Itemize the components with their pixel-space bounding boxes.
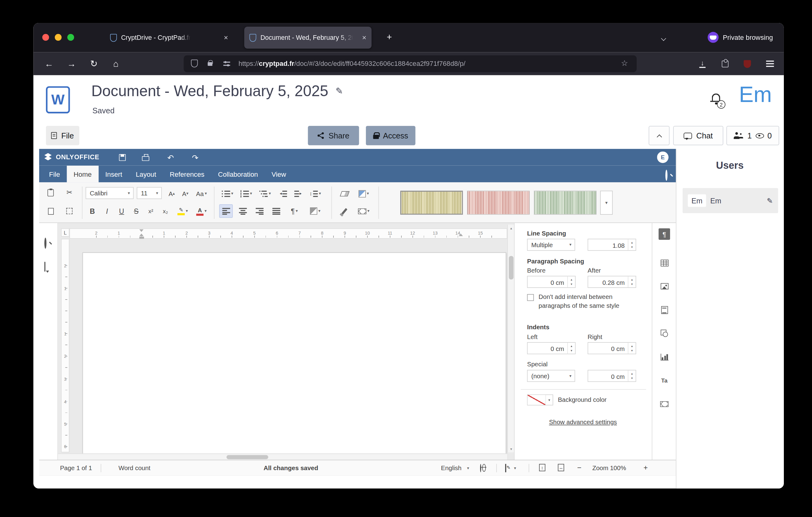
address-bar[interactable]: https://cryptpad.fr/doc/#/3/doc/edit/ff0…	[183, 55, 637, 72]
edit-title-pencil-icon[interactable]	[336, 86, 343, 97]
change-case-button[interactable]: Aa	[193, 187, 210, 200]
find-button[interactable]	[45, 239, 54, 248]
tab-stop-selector[interactable]: L	[61, 228, 69, 237]
comments-button[interactable]	[45, 262, 54, 272]
fit-to-width-button[interactable]	[558, 464, 564, 471]
file-menu-button[interactable]: File	[46, 126, 79, 145]
account-avatar[interactable]: Em	[739, 82, 772, 107]
bookmark-star-icon[interactable]	[621, 59, 628, 67]
decrease-indent-button[interactable]	[277, 187, 290, 200]
spin-down-icon[interactable]	[631, 246, 633, 249]
shape-settings-tab[interactable]	[659, 327, 670, 339]
italic-button[interactable]: I	[100, 204, 114, 218]
color-scheme-button[interactable]	[355, 187, 372, 200]
tracking-protection-shield-icon[interactable]	[191, 59, 198, 67]
background-color-picker[interactable]	[527, 394, 553, 406]
align-center-button[interactable]	[236, 204, 249, 218]
reload-button[interactable]	[86, 55, 103, 72]
edit-user-pencil-icon[interactable]	[767, 196, 773, 205]
spacing-after-spinner[interactable]: 0.28 cm	[588, 276, 636, 288]
line-spacing-button[interactable]	[307, 187, 324, 200]
document-title[interactable]: Document - Wed, February 5, 2025	[91, 83, 343, 100]
print-button[interactable]	[140, 152, 151, 163]
increase-indent-button[interactable]	[291, 187, 305, 200]
horizontal-ruler[interactable]: 21123456789101112131415	[69, 228, 507, 239]
user-list-item[interactable]: Em Em	[683, 188, 778, 213]
vertical-scrollbar[interactable]	[507, 224, 514, 452]
page-indicator[interactable]: Page 1 of 1	[60, 464, 92, 472]
editor-user-avatar[interactable]: E	[657, 152, 668, 163]
menu-references[interactable]: References	[163, 166, 211, 183]
scroll-down-arrow[interactable]	[508, 446, 514, 452]
paragraph-settings-tab[interactable]: ¶	[659, 228, 670, 240]
vertical-scroll-thumb[interactable]	[509, 256, 513, 280]
subscript-button[interactable]: x₂	[159, 204, 172, 218]
cut-button[interactable]	[63, 186, 76, 199]
scroll-up-arrow[interactable]	[508, 224, 514, 231]
table-settings-tab[interactable]	[659, 257, 670, 269]
copy-button[interactable]	[44, 204, 57, 218]
bold-button[interactable]: B	[86, 204, 99, 218]
menu-home[interactable]: Home	[67, 166, 98, 183]
nonprinting-characters-button[interactable]: ¶	[286, 204, 303, 218]
font-size-combo[interactable]: 11	[137, 187, 162, 199]
extensions-button[interactable]	[717, 55, 733, 72]
zoom-level[interactable]: Zoom 100%	[592, 464, 626, 472]
textart-settings-tab[interactable]: Ta	[659, 375, 670, 386]
chart-settings-tab[interactable]	[659, 351, 670, 363]
app-menu-button[interactable]	[761, 55, 778, 72]
maximize-window-button[interactable]	[67, 34, 74, 41]
align-right-button[interactable]	[253, 204, 266, 218]
navigation-button[interactable]	[45, 285, 54, 294]
strikethrough-button[interactable]: S	[129, 204, 143, 218]
document-language-button[interactable]	[480, 464, 481, 472]
decrement-font-size-button[interactable]: A	[178, 187, 192, 200]
save-button[interactable]	[116, 152, 128, 163]
copy-style-button[interactable]	[338, 204, 351, 218]
superscript-button[interactable]: x²	[144, 204, 157, 218]
notifications-bell-icon[interactable]	[712, 93, 720, 101]
home-button[interactable]	[107, 55, 124, 72]
font-name-combo[interactable]: Calibri	[86, 187, 134, 199]
paragraph-shading-button[interactable]	[307, 204, 324, 218]
language-selector[interactable]: English	[441, 464, 461, 472]
horizontal-scroll-thumb[interactable]	[226, 455, 268, 459]
ublock-extension-button[interactable]	[739, 55, 756, 72]
redo-button[interactable]	[190, 152, 201, 163]
paste-button[interactable]	[44, 186, 57, 199]
clear-style-button[interactable]	[338, 187, 351, 200]
close-window-button[interactable]	[42, 34, 49, 41]
line-spacing-mode-dropdown[interactable]: Multiple	[527, 239, 575, 251]
chat-button[interactable]: Chat	[673, 126, 723, 145]
indent-right-spinner[interactable]: 0 cm	[588, 342, 636, 354]
numbering-button[interactable]	[238, 187, 255, 200]
mail-merge-button[interactable]	[355, 204, 372, 218]
undo-button[interactable]	[165, 152, 177, 163]
highlight-color-button[interactable]: ✎	[174, 204, 191, 218]
forward-button[interactable]	[63, 55, 80, 72]
first-line-indent-marker[interactable]	[139, 229, 144, 232]
image-settings-tab[interactable]	[659, 280, 670, 292]
spin-up-icon[interactable]	[631, 241, 633, 244]
style-preview-1[interactable]	[400, 191, 463, 215]
styles-gallery-expand-button[interactable]	[600, 191, 613, 215]
menu-layout[interactable]: Layout	[129, 166, 163, 183]
access-button[interactable]: Access	[366, 126, 415, 145]
close-tab-icon[interactable]: ×	[362, 34, 366, 42]
justify-button[interactable]	[269, 204, 283, 218]
menu-view[interactable]: View	[265, 166, 293, 183]
bullets-button[interactable]	[219, 187, 236, 200]
horizontal-scrollbar[interactable]	[58, 454, 507, 460]
increment-font-size-button[interactable]: A	[165, 187, 178, 200]
permissions-sliders-icon[interactable]	[223, 61, 230, 66]
editor-search-button[interactable]	[665, 171, 668, 181]
close-tab-icon[interactable]: ×	[224, 34, 228, 42]
tab-document[interactable]: Document - Wed, February 5, 2025 ×	[244, 27, 371, 49]
fit-to-page-button[interactable]	[539, 464, 545, 471]
same-style-interval-checkbox[interactable]	[527, 294, 534, 301]
style-preview-2[interactable]	[467, 191, 530, 215]
menu-file[interactable]: File	[42, 166, 67, 183]
indent-left-spinner[interactable]: 0 cm	[527, 342, 576, 354]
mail-merge-settings-tab[interactable]	[659, 398, 670, 410]
right-indent-marker[interactable]	[459, 234, 463, 236]
